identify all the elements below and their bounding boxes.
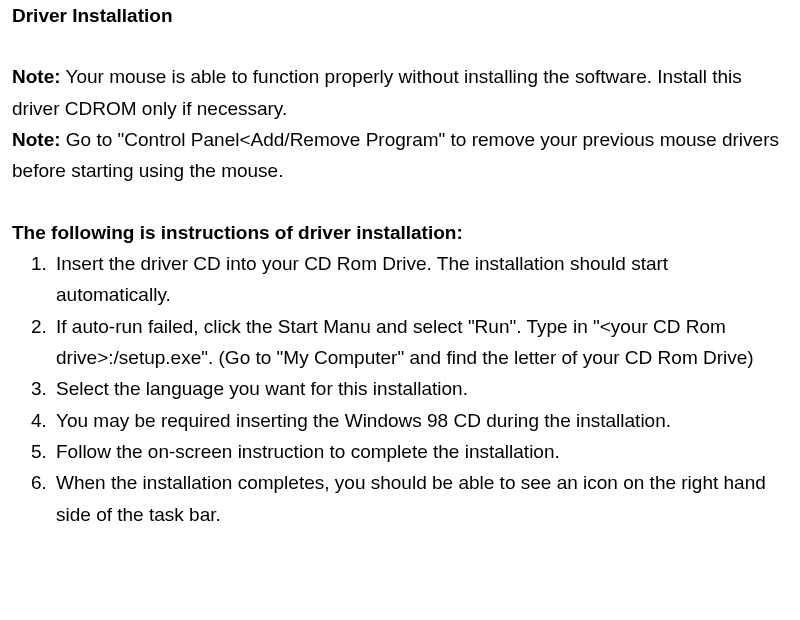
list-item: Select the language you want for this in… bbox=[52, 373, 788, 404]
list-item: If auto-run failed, click the Start Manu… bbox=[52, 311, 788, 374]
list-item: Insert the driver CD into your CD Rom Dr… bbox=[52, 248, 788, 311]
notes-section: Note: Your mouse is able to function pro… bbox=[12, 61, 788, 186]
note-text-2: Go to "Control Panel<Add/Remove Program"… bbox=[12, 129, 779, 181]
list-item: You may be required inserting the Window… bbox=[52, 405, 788, 436]
note-label: Note: bbox=[12, 129, 61, 150]
note-text-1: Your mouse is able to function properly … bbox=[12, 66, 742, 118]
list-item: Follow the on-screen instruction to comp… bbox=[52, 436, 788, 467]
note-label: Note: bbox=[12, 66, 61, 87]
note-2: Note: Go to "Control Panel<Add/Remove Pr… bbox=[12, 124, 788, 187]
note-1: Note: Your mouse is able to function pro… bbox=[12, 61, 788, 124]
instructions-list: Insert the driver CD into your CD Rom Dr… bbox=[12, 248, 788, 530]
list-item: When the installation completes, you sho… bbox=[52, 467, 788, 530]
instructions-heading: The following is instructions of driver … bbox=[12, 217, 788, 248]
page-title: Driver Installation bbox=[12, 0, 788, 31]
